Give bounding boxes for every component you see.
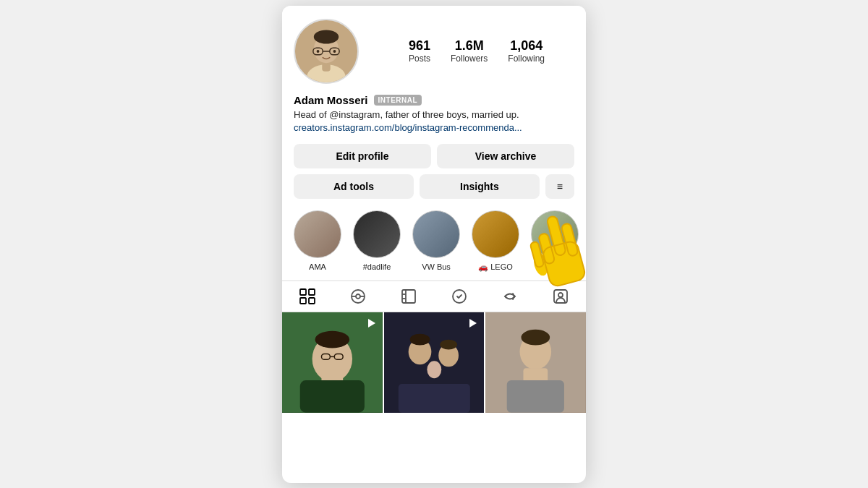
- highlight-label-dadlife: #dadlife: [363, 262, 391, 271]
- highlight-label-lego2: 🌿 LEGO: [537, 262, 572, 272]
- tab-reels[interactable]: [350, 288, 366, 304]
- tab-profile-tagged[interactable]: [553, 288, 569, 304]
- tab-grid[interactable]: [299, 288, 315, 304]
- profile-link[interactable]: creators.instagram.com/blog/instagram-re…: [294, 122, 522, 133]
- avatar[interactable]: [294, 19, 359, 84]
- svg-point-15: [356, 294, 360, 299]
- svg-rect-43: [507, 380, 564, 413]
- internal-badge: INTERNAL: [374, 95, 422, 106]
- ad-tools-button[interactable]: Ad tools: [294, 174, 414, 199]
- highlight-label-vwbus: VW Bus: [422, 262, 451, 271]
- tab-tagged[interactable]: [451, 288, 467, 304]
- posts-label: Posts: [409, 53, 430, 64]
- stats-row: 961 Posts 1.6M Followers 1,064 Following: [379, 38, 574, 64]
- svg-point-4: [314, 30, 339, 43]
- following-count: 1,064: [510, 38, 542, 54]
- reels-badge-2: [467, 317, 480, 330]
- action-buttons-row2: Ad tools Insights ≡: [294, 174, 574, 199]
- insights-button[interactable]: Insights: [420, 174, 540, 199]
- highlight-circle-lego1: [472, 210, 519, 258]
- svg-rect-28: [300, 380, 365, 413]
- svg-rect-2: [322, 61, 330, 71]
- action-buttons: Edit profile View archive: [294, 144, 574, 168]
- profile-name: Adam Mosseri: [294, 94, 368, 106]
- tab-guides[interactable]: [401, 288, 417, 304]
- more-button[interactable]: ≡: [545, 174, 574, 199]
- svg-rect-38: [398, 384, 469, 413]
- svg-point-41: [522, 330, 550, 346]
- highlight-label-lego1: 🚗 LEGO: [478, 262, 513, 272]
- svg-point-26: [315, 331, 350, 348]
- svg-rect-12: [300, 298, 306, 304]
- view-archive-button[interactable]: View archive: [437, 144, 574, 168]
- svg-point-8: [317, 50, 320, 53]
- highlight-lego2[interactable]: 🌿 LEGO: [531, 210, 579, 272]
- posts-count: 961: [409, 38, 430, 54]
- svg-point-36: [440, 340, 457, 350]
- edit-profile-button[interactable]: Edit profile: [294, 144, 431, 168]
- svg-point-34: [409, 334, 430, 346]
- highlight-circle-vwbus: [412, 210, 460, 258]
- following-label: Following: [508, 53, 545, 64]
- stat-posts[interactable]: 961 Posts: [409, 38, 430, 64]
- profile-section: 961 Posts 1.6M Followers 1,064 Following: [282, 6, 586, 208]
- svg-point-9: [333, 50, 336, 53]
- followers-label: Followers: [451, 53, 488, 64]
- stat-followers[interactable]: 1.6M Followers: [451, 38, 488, 64]
- reels-badge-1: [365, 317, 378, 330]
- profile-name-row: Adam Mosseri INTERNAL: [294, 94, 574, 106]
- highlight-ama[interactable]: AMA: [294, 210, 341, 272]
- profile-info: Adam Mosseri INTERNAL Head of @instagram…: [294, 94, 574, 136]
- highlight-circle-dadlife: [353, 210, 401, 258]
- svg-rect-11: [309, 289, 315, 295]
- svg-rect-10: [300, 289, 306, 295]
- svg-rect-13: [309, 298, 315, 304]
- highlights-section: AMA #dadlife VW Bus 🚗 LEGO 🌿 LEGO: [282, 207, 586, 281]
- bio-text: Head of @instagram, father of three boys…: [294, 109, 519, 120]
- post-thumb-3[interactable]: [485, 312, 586, 413]
- profile-bio: Head of @instagram, father of three boys…: [294, 108, 574, 136]
- highlight-circle-ama: [294, 210, 341, 258]
- svg-point-37: [427, 361, 441, 379]
- followers-count: 1.6M: [455, 38, 484, 54]
- stat-following[interactable]: 1,064 Following: [508, 38, 545, 64]
- highlight-circle-lego2: [531, 210, 579, 258]
- svg-point-23: [558, 293, 563, 297]
- tab-collab[interactable]: [502, 288, 518, 304]
- highlight-lego1[interactable]: 🚗 LEGO: [472, 210, 519, 272]
- highlight-vwbus[interactable]: VW Bus: [412, 210, 460, 272]
- highlight-dadlife[interactable]: #dadlife: [353, 210, 401, 272]
- posts-grid: [282, 312, 586, 482]
- post-thumb-1[interactable]: [282, 312, 383, 413]
- svg-rect-18: [402, 290, 415, 303]
- highlight-label-ama: AMA: [309, 262, 326, 271]
- post-thumb-2[interactable]: [384, 312, 485, 413]
- tab-bar: [282, 281, 586, 312]
- profile-top: 961 Posts 1.6M Followers 1,064 Following: [294, 19, 574, 84]
